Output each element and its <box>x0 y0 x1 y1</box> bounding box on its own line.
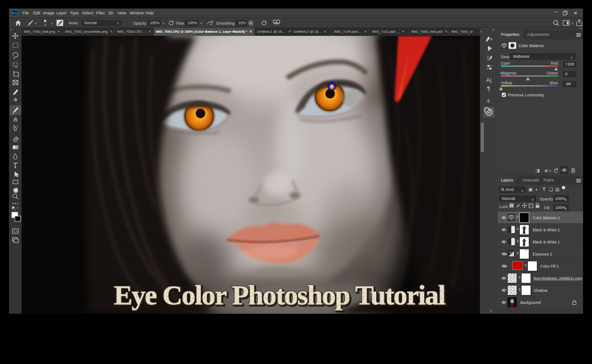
svg-text:A: A <box>486 97 490 104</box>
svg-text:A|: A| <box>486 77 492 83</box>
svg-text:¶: ¶ <box>487 85 490 92</box>
svg-text:Eye Color Photoshop Tutorial: Eye Color Photoshop Tutorial <box>114 280 446 310</box>
